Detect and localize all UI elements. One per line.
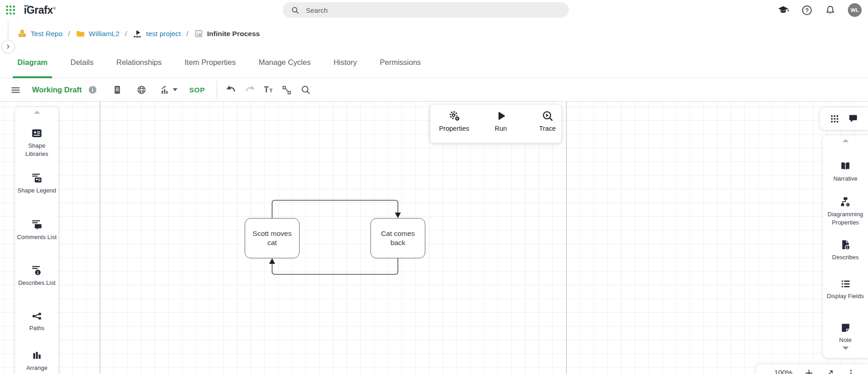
waffle-menu-icon[interactable] (5, 4, 16, 16)
process-icon (194, 29, 204, 38)
shape-scott-moves-cat[interactable]: Scott moves cat (245, 218, 300, 258)
user-avatar[interactable]: WL (848, 3, 862, 17)
undo-icon[interactable] (225, 84, 237, 96)
display-fields-button[interactable]: Display Fields (823, 278, 868, 300)
arrange-button[interactable]: Arrange (15, 350, 59, 372)
shape-legend-label: Shape Legend (16, 187, 57, 195)
info-icon[interactable] (88, 85, 97, 95)
narrative-button[interactable]: Narrative (823, 160, 868, 183)
breadcrumb-current-item: Infinite Process (207, 30, 260, 38)
svg-text:T: T (264, 85, 269, 94)
scroll-up-button[interactable] (823, 139, 868, 142)
display-fields-icon (840, 278, 852, 290)
describes-icon (839, 239, 852, 251)
describes-list-button[interactable]: Describes List (15, 264, 59, 287)
breadcrumb-link-project[interactable]: test project (146, 30, 181, 38)
note-icon (840, 322, 852, 334)
paths-icon (31, 310, 43, 322)
topbar-actions: ? WL (777, 0, 868, 20)
breadcrumb-link-folder[interactable]: WilliamL2 (89, 30, 119, 38)
connector-tool-icon[interactable] (281, 85, 292, 96)
fit-screen-icon[interactable] (825, 369, 835, 374)
describes-label: Describes (831, 253, 860, 262)
caret-down-icon[interactable] (173, 88, 177, 91)
diagramming-properties-button[interactable]: Diagramming Properties (823, 196, 868, 226)
run-button[interactable]: Run (486, 110, 515, 132)
globe-icon[interactable] (136, 85, 147, 95)
arrange-label: Arrange (25, 364, 48, 372)
tab-history[interactable]: History (333, 47, 357, 78)
properties-button[interactable]: Properties (439, 110, 469, 132)
narrative-icon (839, 160, 852, 172)
breadcrumb-separator: / (186, 30, 188, 38)
academy-icon[interactable] (777, 4, 789, 16)
connector-shape1-to-shape2[interactable] (272, 200, 398, 218)
tab-relationships[interactable]: Relationships (116, 47, 161, 78)
tab-item-properties[interactable]: Item Properties (185, 47, 236, 78)
triangle-down-icon (842, 347, 849, 350)
menu-icon[interactable] (10, 85, 21, 96)
grid-icon[interactable] (829, 113, 840, 124)
tab-manage-cycles[interactable]: Manage Cycles (258, 47, 311, 78)
zoom-level[interactable]: 100% (774, 369, 793, 374)
paths-label: Paths (28, 324, 45, 332)
trace-icon (541, 110, 554, 122)
scroll-up-button[interactable] (15, 111, 59, 114)
more-options-icon[interactable] (847, 369, 856, 374)
project-icon (133, 29, 143, 39)
shape-label: Scott moves cat (247, 229, 297, 247)
text-format-icon[interactable]: T T (263, 84, 274, 96)
help-icon[interactable]: ? (801, 5, 813, 16)
properties-label: Properties (439, 125, 469, 132)
describes-list-label: Describes List (17, 279, 57, 287)
breadcrumb-row: Test Repo / WilliamL2 / test project / I… (0, 20, 868, 47)
shape-libraries-button[interactable]: Shape Libraries (15, 127, 59, 158)
run-icon (495, 110, 507, 122)
right-tool-panel: Narrative Diagramming Properties (823, 135, 868, 358)
chat-bubble-icon[interactable] (847, 113, 859, 124)
paths-button[interactable]: Paths (15, 310, 59, 332)
arrowhead-into-shape2 (395, 213, 401, 218)
global-search[interactable] (283, 2, 569, 18)
comments-list-icon (31, 219, 43, 231)
tab-details[interactable]: Details (70, 47, 93, 78)
redo-icon[interactable] (244, 84, 256, 96)
arrowhead-into-shape1 (269, 258, 275, 264)
chart-icon[interactable] (160, 85, 171, 96)
expand-nav-panel-button[interactable] (1, 40, 15, 53)
diagram-toolbar: Working Draft SOP (0, 79, 868, 102)
trace-label: Trace (539, 125, 556, 132)
connector-shape2-to-shape1[interactable] (272, 258, 398, 274)
notifications-icon[interactable] (825, 5, 836, 16)
triangle-up-icon (34, 111, 40, 114)
right-toolbox (820, 107, 868, 130)
igrafx-logo: iGrafx® (24, 4, 56, 16)
search-input[interactable] (305, 6, 554, 15)
comments-list-button[interactable]: Comments List (15, 219, 59, 241)
shape-libraries-icon (31, 127, 43, 139)
svg-text:T: T (269, 88, 273, 93)
zoom-in-icon[interactable] (804, 369, 814, 374)
describes-list-icon (31, 264, 43, 277)
breadcrumb-link-test-repo[interactable]: Test Repo (31, 30, 63, 38)
version-selector[interactable]: Working Draft (32, 85, 82, 94)
triangle-up-icon (842, 139, 849, 142)
zoom-search-icon[interactable] (300, 85, 311, 95)
scroll-down-button[interactable] (823, 347, 868, 350)
sop-button[interactable]: SOP (189, 86, 205, 94)
shape-legend-button[interactable]: Shape Legend (15, 172, 59, 195)
igrafx-app: iGrafx® ? WL (0, 0, 868, 374)
trace-button[interactable]: Trace (533, 110, 562, 132)
describes-button[interactable]: Describes (823, 239, 868, 262)
note-button[interactable]: Note (823, 322, 868, 344)
shape-legend-icon (31, 172, 43, 184)
document-icon[interactable] (112, 85, 123, 95)
tab-permissions[interactable]: Permissions (380, 47, 421, 78)
tab-diagram[interactable]: Diagram (17, 47, 48, 78)
diagramming-properties-label: Diagramming Properties (823, 210, 868, 226)
run-label: Run (495, 125, 507, 132)
shape-action-toolbar: Properties Run Trace (430, 104, 562, 143)
shape-cat-comes-back[interactable]: Cat comes back (370, 218, 425, 258)
folder-icon (75, 29, 85, 38)
tab-bar: Diagram Details Relationships Item Prope… (0, 47, 868, 78)
